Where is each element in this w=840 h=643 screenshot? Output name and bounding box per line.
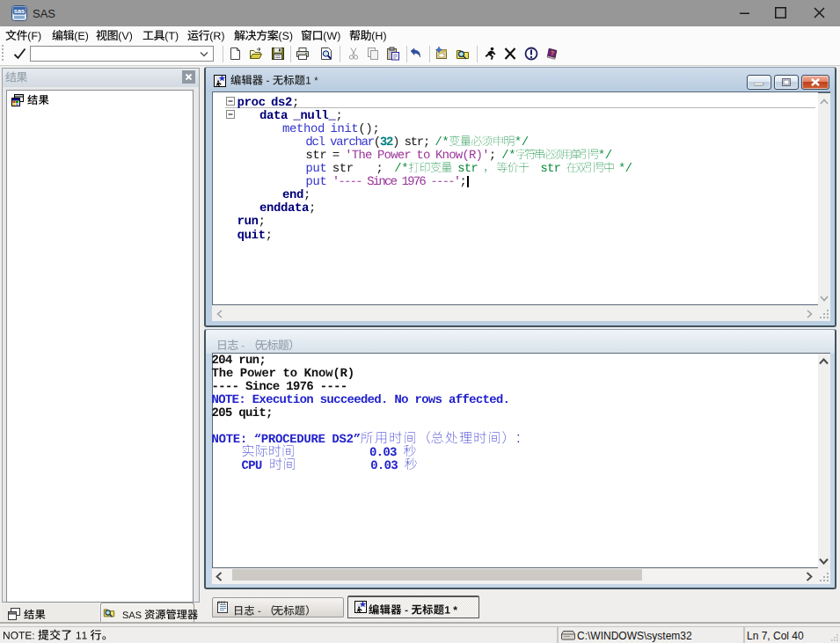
svg-text:sas: sas xyxy=(14,7,26,15)
